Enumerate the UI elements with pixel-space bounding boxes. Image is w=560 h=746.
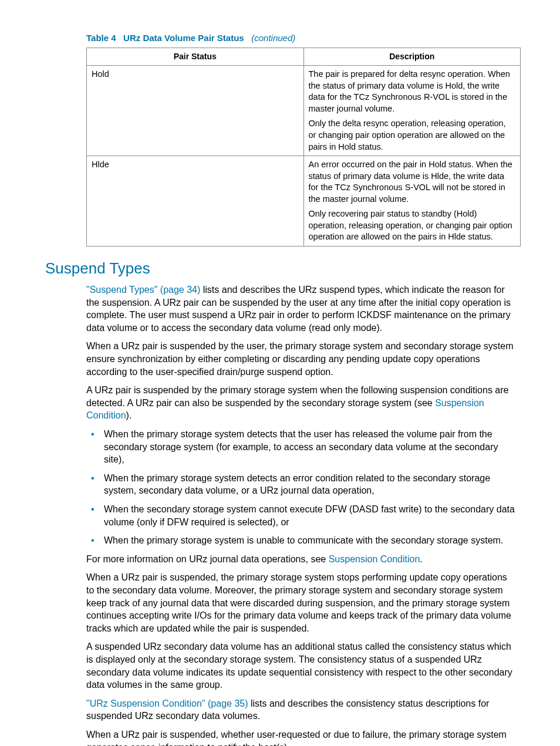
caption-prefix: Table 4 (86, 33, 116, 43)
cell-description: The pair is prepared for delta resync op… (303, 66, 521, 156)
desc-paragraph: Only the delta resync operation, releasi… (309, 118, 516, 153)
paragraph: A URz pair is suspended by the primary s… (86, 384, 515, 422)
cell-status: Hold (87, 66, 304, 156)
cell-description: An error occurred on the pair in Hold st… (303, 156, 521, 247)
desc-paragraph: The pair is prepared for delta resync op… (309, 69, 516, 114)
section-body: "Suspend Types" (page 34) lists and desc… (86, 283, 515, 746)
col-pair-status: Pair Status (87, 48, 304, 66)
list-item: When the secondary storage system cannot… (86, 503, 515, 528)
paragraph: For more information on URz journal data… (86, 553, 515, 566)
paragraph-text: . (420, 554, 422, 564)
caption-title: URz Data Volume Pair Status (123, 33, 244, 43)
paragraph-text: ). (126, 410, 132, 420)
table-row: Hlde An error occurred on the pair in Ho… (87, 156, 521, 247)
caption-continued: (continued) (251, 33, 295, 43)
paragraph: "Suspend Types" (page 34) lists and desc… (86, 283, 515, 334)
table-row: Hold The pair is prepared for delta resy… (87, 66, 521, 156)
paragraph: When a URz pair is suspended by the user… (86, 340, 515, 378)
status-table: Pair Status Description Hold The pair is… (86, 48, 521, 247)
paragraph: When a URz pair is suspended, the primar… (86, 571, 515, 634)
paragraph: A suspended URz secondary data volume ha… (86, 640, 515, 691)
cell-status: Hlde (87, 156, 304, 247)
paragraph: When a URz pair is suspended, whether us… (86, 728, 515, 746)
paragraph: "URz Suspension Condition" (page 35) lis… (86, 697, 515, 723)
table-caption: Table 4 URz Data Volume Pair Status (con… (86, 32, 515, 44)
col-description: Description (303, 48, 521, 66)
cross-ref-link[interactable]: "Suspend Types" (page 34) (86, 285, 200, 295)
cross-ref-link[interactable]: Suspension Condition (329, 554, 420, 564)
cross-ref-link[interactable]: "URz Suspension Condition" (page 35) (86, 698, 248, 708)
bullet-list: When the primary storage system detects … (86, 428, 515, 547)
paragraph-text: For more information on URz journal data… (86, 554, 329, 564)
desc-paragraph: An error occurred on the pair in Hold st… (309, 159, 516, 205)
list-item: When the primary storage system detects … (86, 428, 515, 466)
desc-paragraph: Only recovering pair status to standby (… (309, 208, 516, 243)
list-item: When the primary storage system is unabl… (86, 534, 515, 547)
section-heading: Suspend Types (45, 258, 515, 279)
table-header-row: Pair Status Description (87, 48, 521, 66)
list-item: When the primary storage system detects … (86, 472, 515, 497)
